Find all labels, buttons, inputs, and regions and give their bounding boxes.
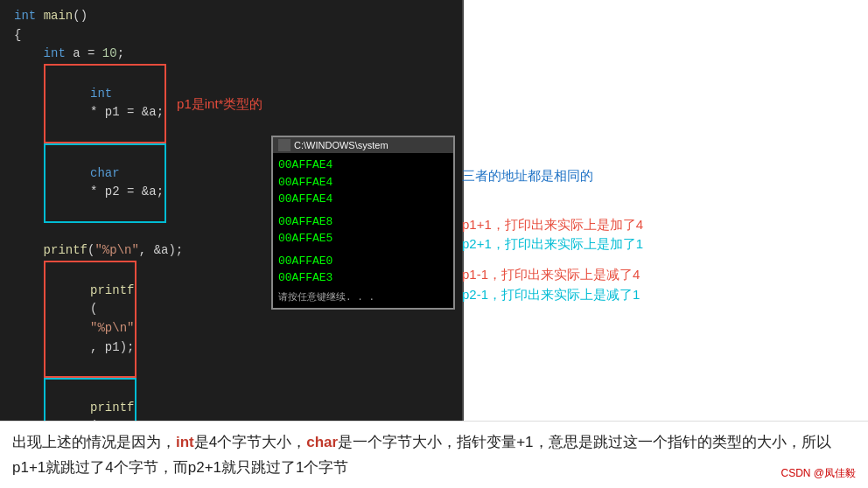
code-line-1: int main () — [14, 7, 448, 26]
terminal-body: 00AFFAE4 00AFFAE4 00AFFAE4 00AFFAE8 00AF… — [273, 153, 453, 308]
csdn-watermark: CSDN @凤佳毅 — [780, 466, 856, 481]
annotation-p1-type: p1是int*类型的 — [177, 94, 262, 114]
terminal-line-1: 00AFFAE4 — [278, 157, 448, 174]
terminal-line-5: 00AFFAE5 — [278, 230, 448, 247]
box-cyan-p2: char * p2 = &a; — [44, 143, 166, 223]
bottom-explanation: 出现上述的情况是因为，int是4个字节大小，char是一个字节大小，指针变量+1… — [0, 421, 868, 488]
annotation-same-address: 三者的地址都是相同的 — [462, 168, 593, 185]
terminal-prompt: 请按任意键继续. . . — [278, 290, 448, 305]
code-line-2: { — [14, 26, 448, 45]
terminal-line-3: 00AFFAE4 — [278, 191, 448, 208]
terminal-titlebar: C:\WINDOWS\system — [273, 137, 453, 153]
annotation-p1-plus1: p1+1，打印出来实际上是加了4 — [462, 217, 643, 234]
terminal-line-6: 00AFFAE0 — [278, 253, 448, 270]
box-red-p1: int * p1 = &a; — [44, 64, 166, 143]
bottom-text-content: 出现上述的情况是因为，int是4个字节大小，char是一个字节大小，指针变量+1… — [12, 434, 831, 476]
code-line-3: int a = 10 ; — [14, 45, 448, 64]
terminal-line-4: 00AFFAE8 — [278, 213, 448, 231]
annotation-p2-plus1: p2+1，打印出来实际上是加了1 — [462, 236, 643, 253]
code-line-4: int * p1 = &a; p1是int*类型的 — [14, 64, 448, 143]
terminal-window: C:\WINDOWS\system 00AFFAE4 00AFFAE4 00AF… — [271, 136, 455, 310]
annotation-p1-minus1: p1-1，打印出来实际上是减了4 — [462, 267, 640, 283]
terminal-title: C:\WINDOWS\system — [294, 140, 388, 150]
terminal-line-7: 00AFFAE3 — [278, 269, 448, 287]
terminal-icon — [278, 139, 290, 151]
terminal-line-2: 00AFFAE4 — [278, 174, 448, 192]
annotation-p2-minus1: p2-1，打印出来实际上是减了1 — [462, 287, 640, 303]
keyword-int: int — [14, 7, 36, 26]
